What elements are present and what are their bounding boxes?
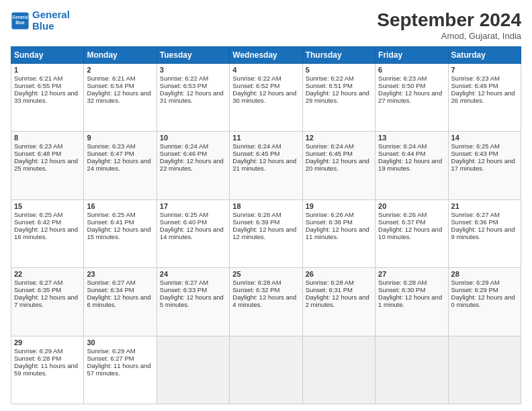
day-cell: 24Sunrise: 6:27 AMSunset: 6:33 PMDayligh… bbox=[157, 268, 229, 336]
day-number: 27 bbox=[378, 270, 445, 278]
day-cell: 14Sunrise: 6:25 AMSunset: 6:43 PMDayligh… bbox=[448, 132, 521, 199]
day-number: 15 bbox=[14, 202, 81, 210]
day-number: 16 bbox=[87, 202, 153, 210]
day-cell: 26Sunrise: 6:28 AMSunset: 6:31 PMDayligh… bbox=[302, 268, 375, 336]
col-header-saturday: Saturday bbox=[448, 47, 521, 64]
day-cell: 19Sunrise: 6:26 AMSunset: 6:38 PMDayligh… bbox=[302, 199, 375, 267]
day-number: 2 bbox=[87, 66, 153, 74]
day-cell: 16Sunrise: 6:25 AMSunset: 6:41 PMDayligh… bbox=[84, 199, 157, 267]
month-title: September 2024 bbox=[377, 9, 521, 31]
day-cell: 20Sunrise: 6:26 AMSunset: 6:37 PMDayligh… bbox=[375, 199, 448, 267]
svg-text:Blue: Blue bbox=[15, 19, 25, 24]
day-cell: 23Sunrise: 6:27 AMSunset: 6:34 PMDayligh… bbox=[84, 268, 157, 336]
logo: General Blue General Blue bbox=[11, 9, 70, 32]
col-header-monday: Monday bbox=[84, 47, 157, 64]
day-number: 8 bbox=[14, 134, 81, 142]
day-number: 4 bbox=[232, 66, 299, 74]
col-header-sunday: Sunday bbox=[11, 47, 84, 64]
header: General Blue General Blue September 2024… bbox=[11, 9, 521, 41]
day-cell: 29Sunrise: 6:29 AMSunset: 6:28 PMDayligh… bbox=[11, 336, 84, 404]
day-cell: 10Sunrise: 6:24 AMSunset: 6:46 PMDayligh… bbox=[157, 132, 229, 199]
day-number: 22 bbox=[14, 270, 81, 278]
day-number: 30 bbox=[87, 338, 153, 347]
day-cell bbox=[157, 336, 229, 404]
day-cell: 2Sunrise: 6:21 AMSunset: 6:54 PMDaylight… bbox=[84, 64, 157, 132]
day-cell: 11Sunrise: 6:24 AMSunset: 6:45 PMDayligh… bbox=[230, 132, 302, 199]
day-number: 20 bbox=[378, 202, 445, 210]
day-cell: 8Sunrise: 6:23 AMSunset: 6:48 PMDaylight… bbox=[11, 132, 84, 199]
day-cell bbox=[448, 336, 521, 404]
logo-line2: Blue bbox=[32, 21, 70, 32]
day-cell: 28Sunrise: 6:29 AMSunset: 6:29 PMDayligh… bbox=[448, 268, 521, 336]
day-cell: 1Sunrise: 6:21 AMSunset: 6:55 PMDaylight… bbox=[11, 64, 84, 132]
logo-text: General Blue bbox=[32, 9, 70, 32]
day-cell: 30Sunrise: 6:29 AMSunset: 6:27 PMDayligh… bbox=[84, 336, 157, 404]
day-cell: 13Sunrise: 6:24 AMSunset: 6:44 PMDayligh… bbox=[375, 132, 448, 199]
day-cell: 17Sunrise: 6:25 AMSunset: 6:40 PMDayligh… bbox=[157, 199, 229, 267]
day-number: 18 bbox=[232, 202, 299, 210]
day-number: 17 bbox=[160, 202, 226, 210]
logo-line1: General bbox=[32, 9, 70, 20]
day-cell: 9Sunrise: 6:23 AMSunset: 6:47 PMDaylight… bbox=[84, 132, 157, 199]
col-header-thursday: Thursday bbox=[302, 47, 375, 64]
day-number: 7 bbox=[451, 66, 518, 74]
day-cell bbox=[302, 336, 375, 404]
week-row-5: 29Sunrise: 6:29 AMSunset: 6:28 PMDayligh… bbox=[11, 336, 521, 404]
day-cell bbox=[375, 336, 448, 404]
day-number: 24 bbox=[160, 270, 226, 278]
day-cell: 5Sunrise: 6:22 AMSunset: 6:51 PMDaylight… bbox=[302, 64, 375, 132]
day-number: 21 bbox=[451, 202, 518, 210]
day-number: 26 bbox=[306, 270, 372, 278]
week-row-1: 1Sunrise: 6:21 AMSunset: 6:55 PMDaylight… bbox=[11, 64, 521, 132]
logo-icon: General Blue bbox=[11, 11, 30, 30]
day-number: 13 bbox=[378, 134, 445, 142]
day-number: 3 bbox=[160, 66, 226, 74]
title-block: September 2024 Amod, Gujarat, India bbox=[377, 9, 521, 41]
day-number: 23 bbox=[87, 270, 153, 278]
page: General Blue General Blue September 2024… bbox=[0, 0, 532, 411]
col-header-tuesday: Tuesday bbox=[157, 47, 229, 64]
calendar-table: SundayMondayTuesdayWednesdayThursdayFrid… bbox=[11, 46, 521, 404]
day-number: 9 bbox=[87, 134, 153, 142]
day-number: 29 bbox=[14, 338, 81, 347]
day-cell: 6Sunrise: 6:23 AMSunset: 6:50 PMDaylight… bbox=[375, 64, 448, 132]
day-number: 25 bbox=[232, 270, 299, 278]
col-header-friday: Friday bbox=[375, 47, 448, 64]
day-number: 19 bbox=[306, 202, 372, 210]
day-cell: 3Sunrise: 6:22 AMSunset: 6:53 PMDaylight… bbox=[157, 64, 229, 132]
day-number: 6 bbox=[378, 66, 445, 74]
week-row-3: 15Sunrise: 6:25 AMSunset: 6:42 PMDayligh… bbox=[11, 199, 521, 267]
col-header-wednesday: Wednesday bbox=[230, 47, 302, 64]
day-number: 1 bbox=[14, 66, 81, 74]
location: Amod, Gujarat, India bbox=[377, 31, 521, 41]
day-number: 10 bbox=[160, 134, 226, 142]
day-number: 11 bbox=[232, 134, 299, 142]
day-number: 28 bbox=[451, 270, 518, 278]
day-cell: 21Sunrise: 6:27 AMSunset: 6:36 PMDayligh… bbox=[448, 199, 521, 267]
day-cell: 7Sunrise: 6:23 AMSunset: 6:49 PMDaylight… bbox=[448, 64, 521, 132]
day-number: 5 bbox=[306, 66, 372, 74]
day-cell: 25Sunrise: 6:28 AMSunset: 6:32 PMDayligh… bbox=[230, 268, 302, 336]
day-number: 14 bbox=[451, 134, 518, 142]
day-cell: 27Sunrise: 6:28 AMSunset: 6:30 PMDayligh… bbox=[375, 268, 448, 336]
day-cell bbox=[230, 336, 302, 404]
day-number: 12 bbox=[306, 134, 372, 142]
day-cell: 22Sunrise: 6:27 AMSunset: 6:35 PMDayligh… bbox=[11, 268, 84, 336]
day-cell: 12Sunrise: 6:24 AMSunset: 6:45 PMDayligh… bbox=[302, 132, 375, 199]
day-cell: 18Sunrise: 6:26 AMSunset: 6:39 PMDayligh… bbox=[230, 199, 302, 267]
week-row-4: 22Sunrise: 6:27 AMSunset: 6:35 PMDayligh… bbox=[11, 268, 521, 336]
week-row-2: 8Sunrise: 6:23 AMSunset: 6:48 PMDaylight… bbox=[11, 132, 521, 199]
day-cell: 4Sunrise: 6:22 AMSunset: 6:52 PMDaylight… bbox=[230, 64, 302, 132]
day-cell: 15Sunrise: 6:25 AMSunset: 6:42 PMDayligh… bbox=[11, 199, 84, 267]
